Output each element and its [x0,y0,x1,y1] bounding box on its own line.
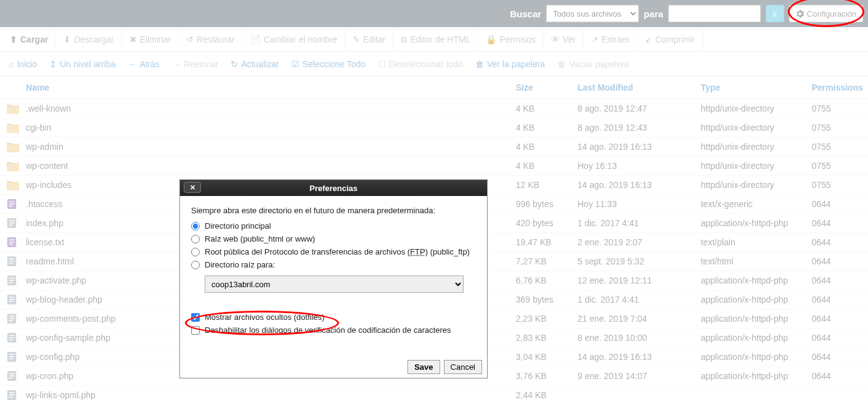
file-modified: 12 ene. 2019 12:11 [570,271,694,290]
file-perm: 0644 [805,214,868,233]
select-all-icon: ☑ [292,60,300,68]
file-icon [6,237,20,248]
edit-button[interactable]: ✎Editar [345,27,394,51]
file-name: wp-comments-post.php [26,314,116,324]
radio-web-root[interactable] [191,235,200,243]
home-button[interactable]: ⌂Inicio [2,52,43,76]
svg-rect-38 [9,375,15,376]
file-modified: 2 ene. 2019 2:07 [570,233,694,252]
file-type: httpd/unix-directory [694,157,805,176]
table-row[interactable]: wp-links-opml.php2,44 KB [0,386,868,401]
file-modified: 5 sept. 2019 5:32 [570,252,694,271]
up-level-button[interactable]: ↥Un nivel arriba [43,52,121,76]
file-size: 3,04 KB [509,348,570,367]
for-label: para [644,9,663,19]
download-button[interactable]: ⬇Descargar [56,27,122,51]
svg-rect-34 [9,356,15,357]
svg-rect-27 [9,320,13,321]
extract-button[interactable]: ↗Extraer [584,27,637,51]
file-size: 7,27 KB [509,252,570,271]
file-type: httpd/unix-directory [694,118,805,137]
file-perm: 0644 [805,290,868,309]
file-modified: 14 ago. 2019 16:13 [570,348,694,367]
file-icon [6,313,20,324]
folder-icon [6,141,20,152]
trash-icon: 🗑 [475,60,484,68]
home-icon: ⌂ [9,60,14,68]
radio-domain-root[interactable] [191,261,200,269]
deselect-icon: ☐ [378,60,386,68]
domain-select[interactable]: coop13abril.com [205,276,464,293]
compress-button[interactable]: ↙Comprimir [637,27,703,51]
table-row[interactable]: cgi-bin4 KB8 ago. 2019 12:43httpd/unix-d… [0,118,868,137]
show-hidden-checkbox[interactable] [191,313,200,322]
html-editor-button[interactable]: ⧉Editor de HTML [393,27,478,51]
col-name[interactable]: Name [0,76,509,99]
file-perm: 0644 [805,329,868,348]
svg-rect-14 [9,261,15,261]
svg-rect-23 [9,301,13,302]
upload-icon: ⬆ [10,35,17,44]
svg-rect-18 [9,280,15,280]
go-button[interactable]: Ir [766,5,784,22]
file-type: application/x-httpd-php [694,271,805,290]
file-icon [6,256,20,267]
restore-button[interactable]: ↺Restaurar [179,27,242,51]
deselect-all-button[interactable]: ☐Deseleccionar todo [372,52,469,76]
col-permissions[interactable]: Permissions [805,76,868,99]
dialog-title-bar: ✕ Preferencias [180,180,487,196]
file-perm: 0644 [805,252,868,271]
svg-rect-7 [9,225,13,226]
rename-button[interactable]: 📄Cambiar el nombre [243,27,345,51]
file-name: .well-known [26,104,71,113]
col-modified[interactable]: Last Modified [570,76,694,99]
file-name: readme.html [26,256,74,266]
back-button[interactable]: ←Atrás [121,52,166,76]
svg-rect-19 [9,282,13,283]
svg-rect-33 [9,354,15,355]
search-scope-select[interactable]: Todos sus archivos [546,5,639,22]
file-modified: 9 ene. 2019 14:07 [570,367,694,386]
file-size: 2,44 KB [509,386,570,401]
svg-rect-6 [9,222,15,223]
view-trash-button[interactable]: 🗑Ver la papelera [469,52,551,76]
permissions-button[interactable]: 🔒Permisos [478,27,543,51]
radio-web-root-label: Raíz web (public_html or www) [205,234,315,243]
disable-encoding-checkbox[interactable] [191,326,200,335]
svg-rect-22 [9,299,15,300]
settings-label: Configuración [807,9,856,18]
upload-button[interactable]: ⬆Cargar [2,27,56,51]
file-modified [570,386,694,401]
table-row[interactable]: wp-content4 KBHoy 16:13httpd/unix-direct… [0,157,868,176]
col-size[interactable]: Size [509,76,570,99]
dialog-close-button[interactable]: ✕ [184,182,201,193]
file-modified: 8 ago. 2019 12:47 [570,99,694,118]
svg-rect-35 [9,359,13,359]
cancel-button[interactable]: Cancel [444,360,482,374]
radio-ftp-root[interactable] [191,248,200,256]
table-row[interactable]: .well-known4 KB8 ago. 2019 12:47httpd/un… [0,99,868,118]
html-editor-icon: ⧉ [401,35,407,44]
file-size: 12 KB [509,176,570,195]
folder-icon [6,179,20,190]
view-button[interactable]: 👁Ver [544,27,584,51]
col-type[interactable]: Type [694,76,805,99]
file-icon [6,218,20,229]
select-all-button[interactable]: ☑Seleccione Todo [285,52,372,76]
file-name: wp-config.php [26,352,80,362]
settings-button[interactable]: Configuración [789,5,863,22]
save-button[interactable]: Save [407,360,440,374]
table-row[interactable]: wp-admin4 KB14 ago. 2019 16:13httpd/unix… [0,137,868,157]
svg-rect-41 [9,393,15,393]
file-modified: 8 ago. 2019 12:43 [570,118,694,137]
file-type [694,386,805,401]
reload-button[interactable]: ↻Actualizar [224,52,285,76]
file-perm: 0644 [805,233,868,252]
forward-button[interactable]: →Reenviar [166,52,224,76]
file-modified: Hoy 11:33 [570,195,694,214]
radio-home-dir[interactable] [191,222,200,231]
search-input[interactable] [668,5,761,22]
delete-button[interactable]: ✖Eliminar [122,27,179,51]
empty-trash-button[interactable]: 🗑Vaciar papelera [551,52,635,76]
svg-rect-10 [9,242,15,242]
